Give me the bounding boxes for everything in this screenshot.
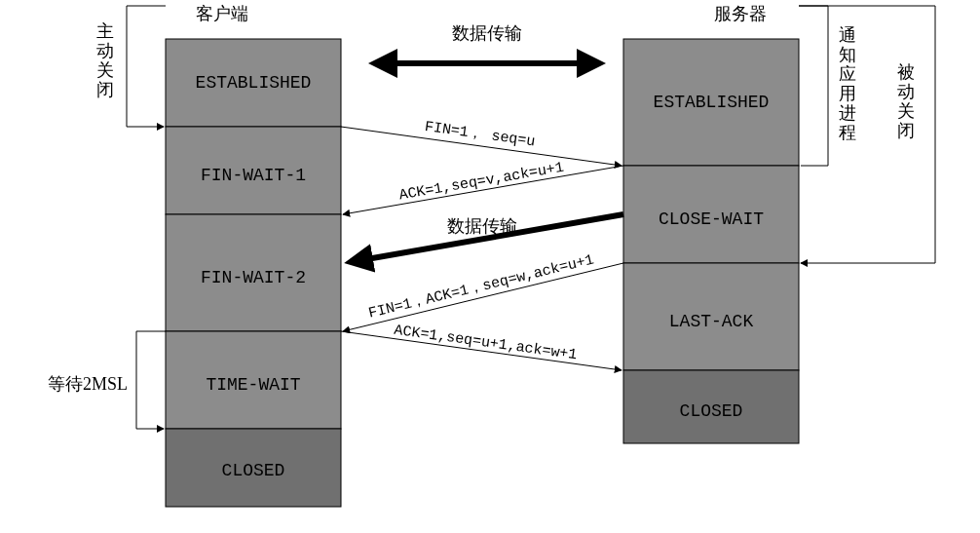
passive-close-label: 被 动 关 闭	[897, 62, 915, 140]
svg-text:关: 关	[96, 60, 114, 80]
active-close-label: 主 动 关 闭	[96, 21, 114, 99]
msg-ack1-arrow	[343, 166, 623, 214]
svg-text:闭: 闭	[96, 80, 114, 99]
server-state-3: CLOSED	[680, 401, 743, 421]
notify-app-bracket	[799, 6, 828, 166]
svg-text:动: 动	[96, 41, 114, 60]
server-column: ESTABLISHED CLOSE-WAIT LAST-ACK CLOSED	[623, 39, 799, 443]
server-state-2: LAST-ACK	[669, 312, 754, 331]
svg-text:闭: 闭	[897, 121, 915, 140]
active-close-bracket	[127, 6, 166, 127]
notify-app-label: 通 知 应 用 进 程	[839, 25, 856, 142]
transfer-top-label: 数据传输	[452, 23, 522, 43]
passive-close-bracket	[799, 6, 935, 263]
svg-text:程: 程	[839, 123, 856, 142]
msg-fin2: FIN=1，ACK=1，seq=w,ack=u+1	[367, 251, 596, 322]
msg-ack1: ACK=1,seq=v,ack=u+1	[398, 160, 566, 205]
client-state-1: FIN-WAIT-1	[201, 166, 306, 185]
client-state-4: CLOSED	[222, 461, 285, 480]
client-header: 客户端	[196, 4, 248, 23]
svg-text:被: 被	[897, 62, 915, 82]
svg-text:通: 通	[839, 25, 856, 45]
server-state-1: CLOSE-WAIT	[659, 209, 764, 229]
server-header: 服务器	[714, 4, 767, 23]
svg-text:应: 应	[839, 64, 856, 84]
svg-text:动: 动	[897, 82, 915, 101]
client-state-0: ESTABLISHED	[196, 73, 312, 93]
svg-text:主: 主	[96, 21, 114, 41]
wait-2msl-label: 等待2MSL	[48, 374, 128, 394]
client-state-2: FIN-WAIT-2	[201, 268, 306, 287]
client-column: ESTABLISHED FIN-WAIT-1 FIN-WAIT-2 TIME-W…	[166, 39, 341, 507]
msg-fin2-arrow	[343, 263, 623, 331]
client-state-3: TIME-WAIT	[206, 375, 300, 395]
svg-text:进: 进	[839, 103, 856, 123]
svg-text:关: 关	[897, 101, 915, 121]
server-state-0: ESTABLISHED	[654, 93, 770, 112]
msg-ack2: ACK=1,seq=u+1,ack=w+1	[393, 323, 578, 364]
svg-text:用: 用	[839, 84, 856, 103]
wait-2msl-bracket	[136, 331, 166, 429]
svg-text:知: 知	[839, 45, 856, 64]
